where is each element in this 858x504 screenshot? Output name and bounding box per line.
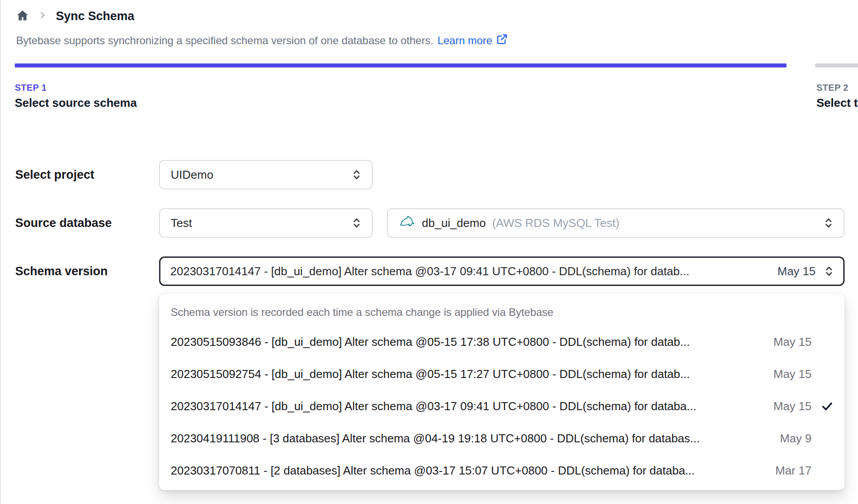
progress-bar-step2 [815,63,858,67]
database-name: db_ui_demo [422,216,486,230]
chevron-right-icon [38,11,47,21]
schema-version-option[interactable]: 20230515092754 - [db_ui_demo] Alter sche… [159,358,845,390]
option-date: May 15 [774,367,812,381]
environment-select-value: Test [171,216,192,230]
progress-bar-step1 [15,63,786,67]
option-date: May 15 [774,399,812,413]
home-icon [16,9,29,24]
page-description: Bytebase supports synchronizing a specif… [16,33,508,48]
learn-more-label: Learn more [437,34,492,47]
step1-label: STEP 1 [15,83,47,93]
schema-version-row: Schema version 20230317014147 - [db_ui_d… [15,256,845,286]
source-database-row: Source database Test db_ui_demo (AWS RDS… [15,208,845,238]
sidebar-edge-divider [0,0,1,504]
database-select[interactable]: db_ui_demo (AWS RDS MySQL Test) [387,208,845,238]
step1-title: Select source schema [15,96,137,110]
external-link-icon [496,33,508,48]
source-database-label: Source database [15,216,159,230]
step2-title: Select t [816,96,858,110]
select-project-label: Select project [15,168,159,182]
option-date: May 9 [780,432,812,445]
schema-version-dropdown: Schema version is recorded each time a s… [159,294,845,490]
option-text: 20230317014147 - [db_ui_demo] Alter sche… [171,399,765,413]
schema-version-select[interactable]: 20230317014147 - [db_ui_demo] Alter sche… [159,256,845,286]
learn-more-link[interactable]: Learn more [437,33,508,48]
schema-version-value: 20230317014147 - [db_ui_demo] Alter sche… [170,265,771,278]
schema-version-option[interactable]: 20230515093846 - [db_ui_demo] Alter sche… [159,326,845,358]
selector-chevrons-icon [822,217,835,229]
mysql-dolphin-icon [399,213,416,233]
breadcrumb: Sync Schema [16,6,135,26]
sync-schema-page: Sync Schema Bytebase supports synchroniz… [0,0,858,504]
schema-version-option[interactable]: 20230317070811 - [2 databases] Alter sch… [159,454,845,487]
option-date: Mar 17 [775,464,812,478]
schema-version-options: 20230515093846 - [db_ui_demo] Alter sche… [159,326,845,487]
schema-version-option[interactable]: 20230317014147 - [db_ui_demo] Alter sche… [159,390,845,422]
step2-label: STEP 2 [816,83,849,93]
environment-select[interactable]: Test [159,208,373,238]
select-project-row: Select project UIDemo [15,160,373,189]
project-select-value: UIDemo [171,168,213,182]
page-title: Sync Schema [56,9,135,23]
option-text: 20230515093846 - [db_ui_demo] Alter sche… [171,335,765,349]
database-detail: (AWS RDS MySQL Test) [492,216,619,230]
option-text: 20230515092754 - [db_ui_demo] Alter sche… [171,367,765,381]
option-text: 20230419111908 - [3 databases] Alter sch… [171,432,772,445]
selector-chevrons-icon [823,265,835,277]
selector-chevrons-icon [350,217,363,229]
schema-version-option[interactable]: 20230419111908 - [3 databases] Alter sch… [159,422,845,454]
check-icon [812,399,834,413]
home-breadcrumb-link[interactable] [16,9,29,24]
description-text: Bytebase supports synchronizing a specif… [16,34,433,47]
schema-version-label: Schema version [15,265,159,278]
project-select[interactable]: UIDemo [159,160,373,189]
schema-version-date: May 15 [778,265,816,278]
selector-chevrons-icon [350,168,363,181]
option-text: 20230317070811 - [2 databases] Alter sch… [171,464,767,478]
option-date: May 15 [774,335,812,349]
dropdown-helper-text: Schema version is recorded each time a s… [159,299,845,326]
